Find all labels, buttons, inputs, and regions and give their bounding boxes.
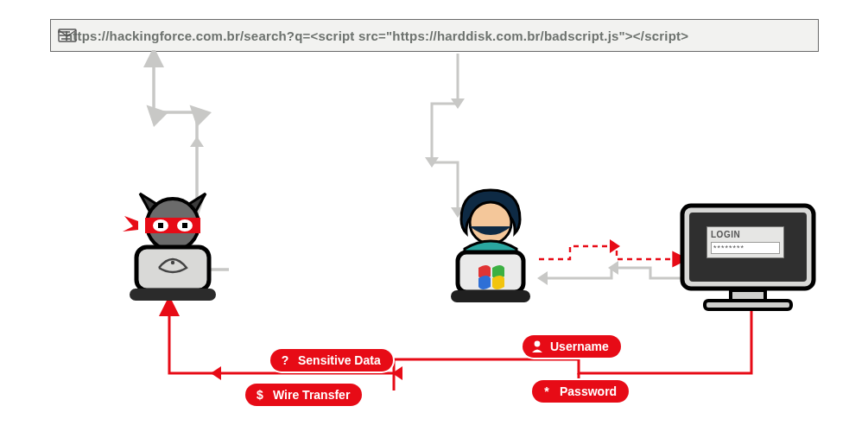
svg-point-10 — [470, 202, 511, 244]
login-masked-field: ******** — [711, 242, 780, 254]
asterisk-icon: * — [539, 384, 554, 399]
svg-rect-6 — [182, 223, 187, 228]
svg-rect-16 — [705, 301, 791, 309]
badge-wire-label: Wire Transfer — [273, 388, 350, 402]
badge-sensitive-data: ? Sensitive Data — [270, 349, 393, 371]
svg-rect-0 — [59, 29, 76, 41]
mail-icon — [58, 29, 77, 42]
badge-username-label: Username — [550, 340, 609, 353]
login-panel: LOGIN ******** — [706, 226, 784, 258]
svg-point-17 — [535, 341, 541, 347]
flow-victim-to-server — [534, 238, 689, 272]
badge-wire-transfer: $ Wire Transfer — [245, 384, 362, 406]
svg-rect-12 — [451, 290, 530, 302]
person-icon — [529, 339, 545, 354]
login-title: LOGIN — [707, 227, 783, 240]
url-text: https://hackingforce.com.br/search?q=<sc… — [58, 29, 688, 43]
svg-rect-7 — [136, 247, 209, 290]
svg-point-9 — [171, 261, 174, 264]
badge-username: Username — [523, 335, 621, 358]
svg-rect-5 — [158, 223, 163, 228]
badge-password: * Password — [532, 380, 629, 403]
question-icon: ? — [277, 352, 293, 368]
dollar-icon: $ — [252, 387, 268, 403]
badge-sensitive-label: Sensitive Data — [298, 353, 381, 367]
url-bar: https://hackingforce.com.br/search?q=<sc… — [50, 19, 819, 52]
svg-rect-8 — [130, 289, 216, 301]
server-monitor-icon — [670, 197, 826, 327]
victim-icon — [430, 181, 551, 311]
attacker-icon — [112, 187, 233, 308]
badge-password-label: Password — [560, 384, 617, 398]
